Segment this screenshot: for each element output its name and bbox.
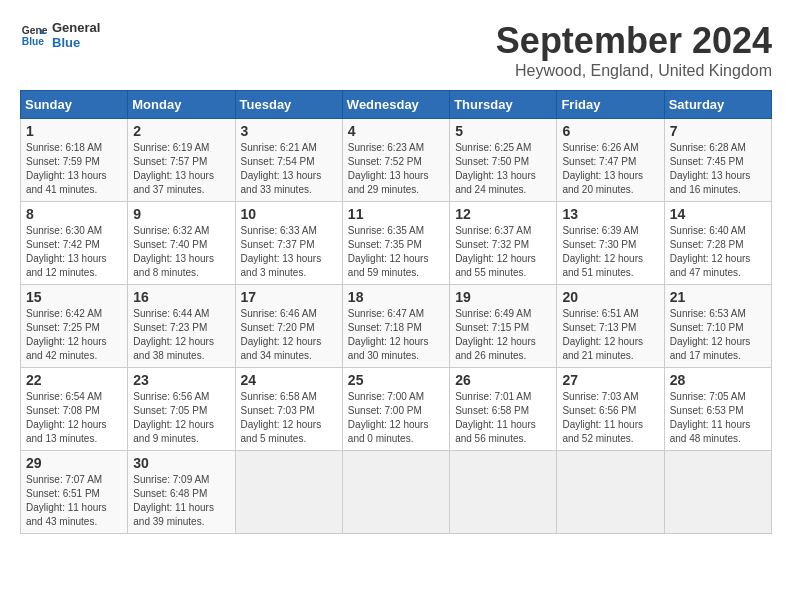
day-info: Sunrise: 6:40 AM Sunset: 7:28 PM Dayligh… xyxy=(670,224,766,280)
day-info: Sunrise: 6:53 AM Sunset: 7:10 PM Dayligh… xyxy=(670,307,766,363)
calendar-cell: 26Sunrise: 7:01 AM Sunset: 6:58 PM Dayli… xyxy=(450,368,557,451)
day-info: Sunrise: 6:54 AM Sunset: 7:08 PM Dayligh… xyxy=(26,390,122,446)
calendar-week-5: 29Sunrise: 7:07 AM Sunset: 6:51 PM Dayli… xyxy=(21,451,772,534)
calendar-cell: 20Sunrise: 6:51 AM Sunset: 7:13 PM Dayli… xyxy=(557,285,664,368)
calendar-cell: 12Sunrise: 6:37 AM Sunset: 7:32 PM Dayli… xyxy=(450,202,557,285)
day-info: Sunrise: 6:23 AM Sunset: 7:52 PM Dayligh… xyxy=(348,141,444,197)
calendar-cell: 29Sunrise: 7:07 AM Sunset: 6:51 PM Dayli… xyxy=(21,451,128,534)
header-day-sunday: Sunday xyxy=(21,91,128,119)
day-number: 4 xyxy=(348,123,444,139)
logo-text-general: General xyxy=(52,20,100,35)
day-number: 23 xyxy=(133,372,229,388)
day-number: 1 xyxy=(26,123,122,139)
calendar-cell: 13Sunrise: 6:39 AM Sunset: 7:30 PM Dayli… xyxy=(557,202,664,285)
day-info: Sunrise: 6:18 AM Sunset: 7:59 PM Dayligh… xyxy=(26,141,122,197)
day-number: 30 xyxy=(133,455,229,471)
day-number: 17 xyxy=(241,289,337,305)
day-number: 21 xyxy=(670,289,766,305)
day-number: 5 xyxy=(455,123,551,139)
calendar-cell: 23Sunrise: 6:56 AM Sunset: 7:05 PM Dayli… xyxy=(128,368,235,451)
day-number: 20 xyxy=(562,289,658,305)
day-info: Sunrise: 6:37 AM Sunset: 7:32 PM Dayligh… xyxy=(455,224,551,280)
svg-text:General: General xyxy=(22,25,48,36)
calendar-cell: 17Sunrise: 6:46 AM Sunset: 7:20 PM Dayli… xyxy=(235,285,342,368)
header-day-saturday: Saturday xyxy=(664,91,771,119)
day-info: Sunrise: 6:47 AM Sunset: 7:18 PM Dayligh… xyxy=(348,307,444,363)
day-info: Sunrise: 6:25 AM Sunset: 7:50 PM Dayligh… xyxy=(455,141,551,197)
calendar-cell: 14Sunrise: 6:40 AM Sunset: 7:28 PM Dayli… xyxy=(664,202,771,285)
day-number: 8 xyxy=(26,206,122,222)
calendar-cell: 5Sunrise: 6:25 AM Sunset: 7:50 PM Daylig… xyxy=(450,119,557,202)
calendar-cell xyxy=(235,451,342,534)
calendar-cell: 18Sunrise: 6:47 AM Sunset: 7:18 PM Dayli… xyxy=(342,285,449,368)
calendar-title: September 2024 xyxy=(496,20,772,62)
calendar-subtitle: Heywood, England, United Kingdom xyxy=(496,62,772,80)
svg-text:Blue: Blue xyxy=(22,36,45,47)
calendar-cell: 10Sunrise: 6:33 AM Sunset: 7:37 PM Dayli… xyxy=(235,202,342,285)
calendar-week-3: 15Sunrise: 6:42 AM Sunset: 7:25 PM Dayli… xyxy=(21,285,772,368)
calendar-cell xyxy=(557,451,664,534)
day-number: 16 xyxy=(133,289,229,305)
day-info: Sunrise: 6:30 AM Sunset: 7:42 PM Dayligh… xyxy=(26,224,122,280)
header-day-tuesday: Tuesday xyxy=(235,91,342,119)
day-info: Sunrise: 7:01 AM Sunset: 6:58 PM Dayligh… xyxy=(455,390,551,446)
day-info: Sunrise: 7:07 AM Sunset: 6:51 PM Dayligh… xyxy=(26,473,122,529)
day-info: Sunrise: 6:44 AM Sunset: 7:23 PM Dayligh… xyxy=(133,307,229,363)
calendar-cell: 25Sunrise: 7:00 AM Sunset: 7:00 PM Dayli… xyxy=(342,368,449,451)
day-info: Sunrise: 7:09 AM Sunset: 6:48 PM Dayligh… xyxy=(133,473,229,529)
day-number: 9 xyxy=(133,206,229,222)
day-info: Sunrise: 6:35 AM Sunset: 7:35 PM Dayligh… xyxy=(348,224,444,280)
calendar-week-1: 1Sunrise: 6:18 AM Sunset: 7:59 PM Daylig… xyxy=(21,119,772,202)
day-number: 11 xyxy=(348,206,444,222)
day-info: Sunrise: 6:46 AM Sunset: 7:20 PM Dayligh… xyxy=(241,307,337,363)
day-info: Sunrise: 6:49 AM Sunset: 7:15 PM Dayligh… xyxy=(455,307,551,363)
day-info: Sunrise: 6:33 AM Sunset: 7:37 PM Dayligh… xyxy=(241,224,337,280)
day-info: Sunrise: 6:21 AM Sunset: 7:54 PM Dayligh… xyxy=(241,141,337,197)
calendar-cell: 2Sunrise: 6:19 AM Sunset: 7:57 PM Daylig… xyxy=(128,119,235,202)
day-info: Sunrise: 6:42 AM Sunset: 7:25 PM Dayligh… xyxy=(26,307,122,363)
day-info: Sunrise: 7:03 AM Sunset: 6:56 PM Dayligh… xyxy=(562,390,658,446)
calendar-week-2: 8Sunrise: 6:30 AM Sunset: 7:42 PM Daylig… xyxy=(21,202,772,285)
calendar-cell: 3Sunrise: 6:21 AM Sunset: 7:54 PM Daylig… xyxy=(235,119,342,202)
logo-text-blue: Blue xyxy=(52,35,100,50)
calendar-cell: 4Sunrise: 6:23 AM Sunset: 7:52 PM Daylig… xyxy=(342,119,449,202)
day-number: 26 xyxy=(455,372,551,388)
day-info: Sunrise: 6:19 AM Sunset: 7:57 PM Dayligh… xyxy=(133,141,229,197)
calendar-cell: 22Sunrise: 6:54 AM Sunset: 7:08 PM Dayli… xyxy=(21,368,128,451)
calendar-cell xyxy=(342,451,449,534)
calendar-week-4: 22Sunrise: 6:54 AM Sunset: 7:08 PM Dayli… xyxy=(21,368,772,451)
header: General Blue General Blue September 2024… xyxy=(20,20,772,80)
calendar-cell: 9Sunrise: 6:32 AM Sunset: 7:40 PM Daylig… xyxy=(128,202,235,285)
day-number: 13 xyxy=(562,206,658,222)
day-number: 3 xyxy=(241,123,337,139)
calendar-cell: 11Sunrise: 6:35 AM Sunset: 7:35 PM Dayli… xyxy=(342,202,449,285)
day-number: 22 xyxy=(26,372,122,388)
calendar-cell: 27Sunrise: 7:03 AM Sunset: 6:56 PM Dayli… xyxy=(557,368,664,451)
day-number: 25 xyxy=(348,372,444,388)
day-info: Sunrise: 6:28 AM Sunset: 7:45 PM Dayligh… xyxy=(670,141,766,197)
day-info: Sunrise: 6:51 AM Sunset: 7:13 PM Dayligh… xyxy=(562,307,658,363)
calendar-cell: 21Sunrise: 6:53 AM Sunset: 7:10 PM Dayli… xyxy=(664,285,771,368)
calendar-cell: 16Sunrise: 6:44 AM Sunset: 7:23 PM Dayli… xyxy=(128,285,235,368)
day-info: Sunrise: 6:32 AM Sunset: 7:40 PM Dayligh… xyxy=(133,224,229,280)
day-number: 29 xyxy=(26,455,122,471)
header-day-wednesday: Wednesday xyxy=(342,91,449,119)
day-number: 15 xyxy=(26,289,122,305)
day-number: 24 xyxy=(241,372,337,388)
title-area: September 2024 Heywood, England, United … xyxy=(496,20,772,80)
day-number: 18 xyxy=(348,289,444,305)
calendar-cell: 1Sunrise: 6:18 AM Sunset: 7:59 PM Daylig… xyxy=(21,119,128,202)
day-number: 10 xyxy=(241,206,337,222)
calendar-cell: 19Sunrise: 6:49 AM Sunset: 7:15 PM Dayli… xyxy=(450,285,557,368)
day-number: 14 xyxy=(670,206,766,222)
calendar-cell: 6Sunrise: 6:26 AM Sunset: 7:47 PM Daylig… xyxy=(557,119,664,202)
header-day-friday: Friday xyxy=(557,91,664,119)
calendar-cell: 7Sunrise: 6:28 AM Sunset: 7:45 PM Daylig… xyxy=(664,119,771,202)
day-info: Sunrise: 6:56 AM Sunset: 7:05 PM Dayligh… xyxy=(133,390,229,446)
header-day-monday: Monday xyxy=(128,91,235,119)
day-info: Sunrise: 6:39 AM Sunset: 7:30 PM Dayligh… xyxy=(562,224,658,280)
header-day-thursday: Thursday xyxy=(450,91,557,119)
logo: General Blue General Blue xyxy=(20,20,100,50)
day-info: Sunrise: 7:00 AM Sunset: 7:00 PM Dayligh… xyxy=(348,390,444,446)
day-info: Sunrise: 6:26 AM Sunset: 7:47 PM Dayligh… xyxy=(562,141,658,197)
